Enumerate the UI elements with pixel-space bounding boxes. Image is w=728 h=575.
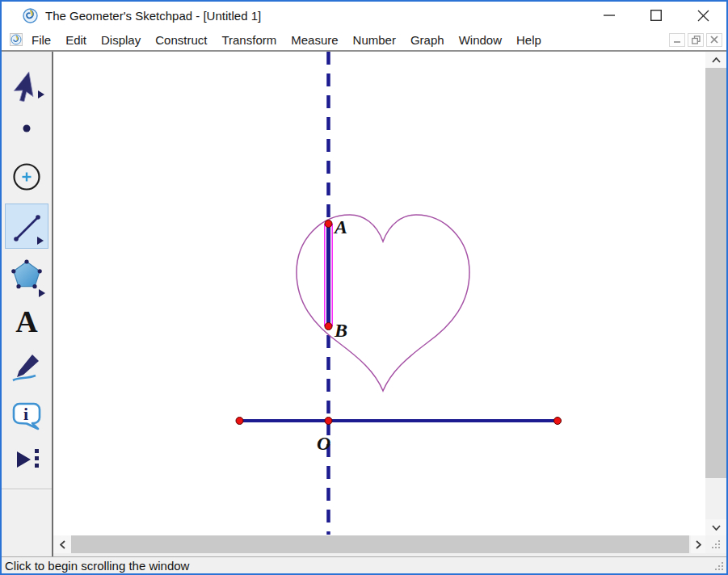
scroll-corner <box>705 535 726 553</box>
point-A[interactable] <box>325 220 332 228</box>
menu-items: FileEditDisplayConstructTransformMeasure… <box>24 31 549 49</box>
status-bar: Click to begin scrolling the window <box>2 556 726 573</box>
menu-item-graph[interactable]: Graph <box>403 31 452 49</box>
mdi-close-button[interactable] <box>706 33 722 47</box>
document-app-icon <box>10 33 23 46</box>
window-controls <box>586 2 726 29</box>
window-title: The Geometer's Sketchpad - [Untitled 1] <box>45 9 261 23</box>
chevron-right-icon <box>696 540 701 549</box>
status-text: Click to begin scrolling the window <box>5 559 189 573</box>
point-label-A[interactable]: A <box>333 216 347 237</box>
menu-item-window[interactable]: Window <box>452 31 509 49</box>
maximize-button[interactable] <box>633 2 680 29</box>
window-resize-grip-icon[interactable] <box>713 560 724 571</box>
resize-grip-icon[interactable] <box>711 539 721 549</box>
selection-arrow-tool[interactable] <box>7 69 46 108</box>
chevron-down-icon <box>712 525 721 531</box>
tool-palette: A i <box>2 52 53 556</box>
menu-item-help[interactable]: Help <box>509 31 549 49</box>
mdi-minimize-button[interactable] <box>669 33 685 47</box>
point-O[interactable] <box>325 418 332 425</box>
point-label-O[interactable]: O <box>317 433 330 454</box>
mdi-restore-button[interactable] <box>688 33 704 47</box>
scroll-up-button[interactable] <box>705 52 726 68</box>
minimize-button[interactable] <box>586 2 633 29</box>
heart-curve[interactable] <box>297 215 469 391</box>
mdi-minimize-icon <box>673 36 681 44</box>
main-area: A i ABO <box>2 50 726 558</box>
menu-item-transform[interactable]: Transform <box>214 31 284 49</box>
scroll-down-button[interactable] <box>705 519 726 535</box>
compass-tool[interactable] <box>7 157 46 196</box>
point-endpoint-3[interactable] <box>236 418 243 425</box>
scroll-left-button[interactable] <box>53 535 71 553</box>
point-endpoint-4[interactable] <box>554 418 562 425</box>
information-tool[interactable]: i <box>7 397 46 435</box>
maximize-icon <box>650 10 662 21</box>
menu-item-measure[interactable]: Measure <box>284 31 345 49</box>
title-bar: The Geometer's Sketchpad - [Untitled 1] <box>2 2 726 29</box>
app-window: The Geometer's Sketchpad - [Untitled 1] … <box>0 0 728 575</box>
polygon-tool[interactable] <box>7 255 46 294</box>
point-label-B[interactable]: B <box>334 320 347 341</box>
point-B[interactable] <box>325 323 332 330</box>
menu-item-edit[interactable]: Edit <box>58 31 94 49</box>
menu-item-file[interactable]: File <box>24 31 58 49</box>
menu-item-number[interactable]: Number <box>346 31 403 49</box>
geometry-svg: ABO <box>53 52 705 535</box>
mdi-window-controls <box>669 33 722 47</box>
minimize-icon <box>604 10 615 21</box>
point-tool[interactable] <box>7 109 46 148</box>
custom-tools-tool[interactable] <box>7 443 46 481</box>
toolbar-divider <box>2 489 52 490</box>
mdi-restore-icon <box>692 36 701 44</box>
menu-item-display[interactable]: Display <box>94 31 148 49</box>
selection-arrow-flyout-icon[interactable] <box>38 90 44 99</box>
chevron-left-icon <box>60 540 65 549</box>
chevron-up-icon <box>712 57 721 63</box>
close-button[interactable] <box>680 2 726 29</box>
vertical-scrollbar[interactable] <box>705 52 726 535</box>
vertical-scrollbar-thumb[interactable] <box>705 68 726 478</box>
polygon-flyout-icon[interactable] <box>39 289 45 297</box>
menu-bar: FileEditDisplayConstructTransformMeasure… <box>2 29 726 50</box>
svg-text:A: A <box>15 304 38 338</box>
svg-text:i: i <box>23 404 28 424</box>
marker-tool[interactable] <box>7 348 46 387</box>
scroll-right-button[interactable] <box>691 535 705 553</box>
text-tool[interactable]: A <box>7 302 46 341</box>
straightedge-flyout-icon[interactable] <box>37 237 44 245</box>
close-icon <box>697 10 709 22</box>
horizontal-scrollbar-thumb[interactable] <box>71 535 689 553</box>
sketch-canvas[interactable]: ABO <box>53 52 705 535</box>
menu-item-construct[interactable]: Construct <box>148 31 214 49</box>
app-logo-icon <box>23 8 38 23</box>
horizontal-scrollbar[interactable] <box>53 535 705 553</box>
mdi-close-icon <box>710 36 718 44</box>
